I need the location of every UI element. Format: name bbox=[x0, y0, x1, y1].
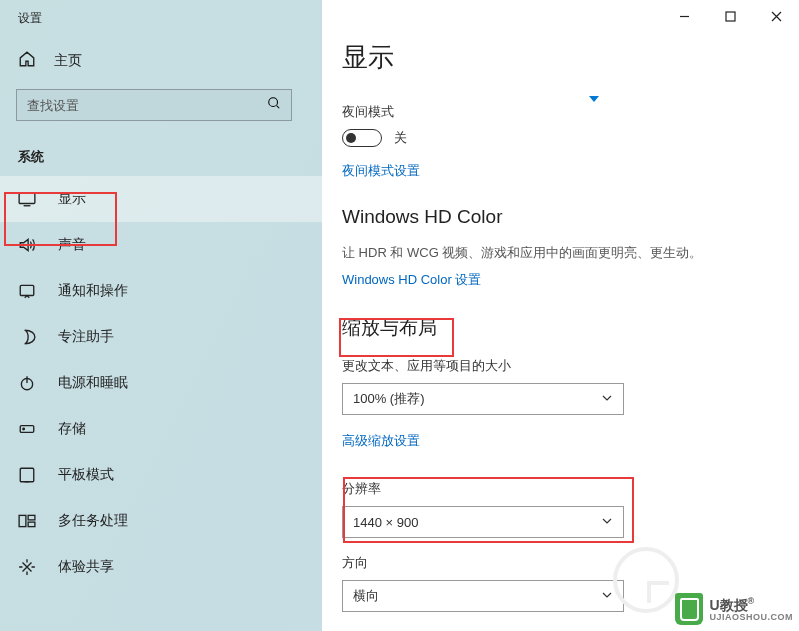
watermark: U教授® UJIAOSHOU.COM bbox=[675, 593, 793, 625]
tablet-icon bbox=[18, 466, 36, 484]
svg-rect-6 bbox=[20, 468, 34, 482]
nav-list: 显示 声音 通知和操作 专注助手 电源和睡眠 存储 bbox=[0, 176, 322, 590]
nav-item-display[interactable]: 显示 bbox=[0, 176, 322, 222]
sidebar-home[interactable]: 主页 bbox=[0, 36, 322, 89]
minimize-button[interactable] bbox=[661, 0, 707, 32]
nav-label: 存储 bbox=[58, 420, 86, 438]
nav-label: 平板模式 bbox=[58, 466, 114, 484]
svg-rect-9 bbox=[28, 522, 35, 527]
scale-dropdown[interactable]: 100% (推荐) bbox=[342, 383, 624, 415]
night-mode-toggle-row: 关 bbox=[342, 129, 799, 147]
svg-point-5 bbox=[23, 428, 25, 430]
night-mode-settings-link[interactable]: 夜间模式设置 bbox=[342, 162, 420, 180]
hd-color-link[interactable]: Windows HD Color 设置 bbox=[342, 271, 481, 289]
sidebar-section-label: 系统 bbox=[0, 139, 322, 176]
chevron-down-icon bbox=[601, 589, 613, 604]
chevron-down-icon bbox=[601, 515, 613, 530]
watermark-overlay-icon bbox=[613, 547, 679, 613]
sidebar: 设置 主页 系统 显示 声音 bbox=[0, 0, 322, 631]
orientation-label: 方向 bbox=[342, 554, 799, 572]
share-icon bbox=[18, 558, 36, 576]
nav-label: 声音 bbox=[58, 236, 86, 254]
close-button[interactable] bbox=[753, 0, 799, 32]
watermark-sub: UJIAOSHOU.COM bbox=[709, 612, 793, 622]
notification-icon bbox=[18, 282, 36, 300]
search-icon bbox=[267, 96, 281, 114]
power-icon bbox=[18, 374, 36, 392]
focus-icon bbox=[18, 328, 36, 346]
svg-rect-2 bbox=[20, 285, 34, 295]
nav-item-power[interactable]: 电源和睡眠 bbox=[0, 360, 322, 406]
scale-heading: 缩放与布局 bbox=[342, 315, 799, 341]
nav-label: 专注助手 bbox=[58, 328, 114, 346]
nav-label: 电源和睡眠 bbox=[58, 374, 128, 392]
shield-icon bbox=[675, 593, 703, 625]
display-icon bbox=[18, 190, 36, 208]
nav-item-focus[interactable]: 专注助手 bbox=[0, 314, 322, 360]
svg-rect-1 bbox=[19, 193, 35, 203]
titlebar: 设置 bbox=[0, 0, 322, 36]
home-label: 主页 bbox=[54, 52, 82, 70]
orientation-value: 横向 bbox=[353, 587, 379, 605]
night-mode-label: 夜间模式 bbox=[342, 103, 799, 121]
advanced-scale-link[interactable]: 高级缩放设置 bbox=[342, 432, 420, 450]
resolution-label: 分辨率 bbox=[342, 480, 799, 498]
resolution-dropdown[interactable]: 1440 × 900 bbox=[342, 506, 624, 538]
nav-label: 显示 bbox=[58, 190, 86, 208]
maximize-button[interactable] bbox=[707, 0, 753, 32]
night-mode-toggle[interactable] bbox=[342, 129, 382, 147]
nav-label: 通知和操作 bbox=[58, 282, 128, 300]
search-box[interactable] bbox=[16, 89, 292, 121]
page-title: 显示 bbox=[342, 40, 799, 75]
hd-color-heading: Windows HD Color bbox=[342, 206, 799, 228]
window-title: 设置 bbox=[18, 10, 42, 27]
nav-item-multitask[interactable]: 多任务处理 bbox=[0, 498, 322, 544]
svg-rect-7 bbox=[19, 515, 26, 526]
chevron-down-icon bbox=[601, 392, 613, 407]
storage-icon bbox=[18, 420, 36, 438]
nav-item-notifications[interactable]: 通知和操作 bbox=[0, 268, 322, 314]
scale-field-label: 更改文本、应用等项目的大小 bbox=[342, 357, 799, 375]
scale-value: 100% (推荐) bbox=[353, 390, 425, 408]
nav-label: 体验共享 bbox=[58, 558, 114, 576]
sound-icon bbox=[18, 236, 36, 254]
search-input[interactable] bbox=[27, 98, 267, 113]
home-icon bbox=[18, 50, 36, 71]
nav-item-tablet[interactable]: 平板模式 bbox=[0, 452, 322, 498]
nav-item-storage[interactable]: 存储 bbox=[0, 406, 322, 452]
hd-color-desc: 让 HDR 和 WCG 视频、游戏和应用中的画面更明亮、更生动。 bbox=[342, 244, 799, 262]
watermark-brand: U教授 bbox=[709, 596, 747, 612]
multitask-icon bbox=[18, 512, 36, 530]
nav-label: 多任务处理 bbox=[58, 512, 128, 530]
dropdown-caret-icon bbox=[589, 96, 599, 102]
toggle-state: 关 bbox=[394, 129, 407, 147]
resolution-value: 1440 × 900 bbox=[353, 515, 418, 530]
main-content: 显示 夜间模式 关 夜间模式设置 Windows HD Color 让 HDR … bbox=[322, 0, 799, 631]
window-controls bbox=[661, 0, 799, 32]
search-wrap bbox=[0, 89, 322, 139]
svg-rect-10 bbox=[726, 12, 735, 21]
nav-item-share[interactable]: 体验共享 bbox=[0, 544, 322, 590]
svg-point-0 bbox=[269, 98, 278, 107]
nav-item-sound[interactable]: 声音 bbox=[0, 222, 322, 268]
orientation-dropdown[interactable]: 横向 bbox=[342, 580, 624, 612]
svg-rect-8 bbox=[28, 515, 35, 520]
